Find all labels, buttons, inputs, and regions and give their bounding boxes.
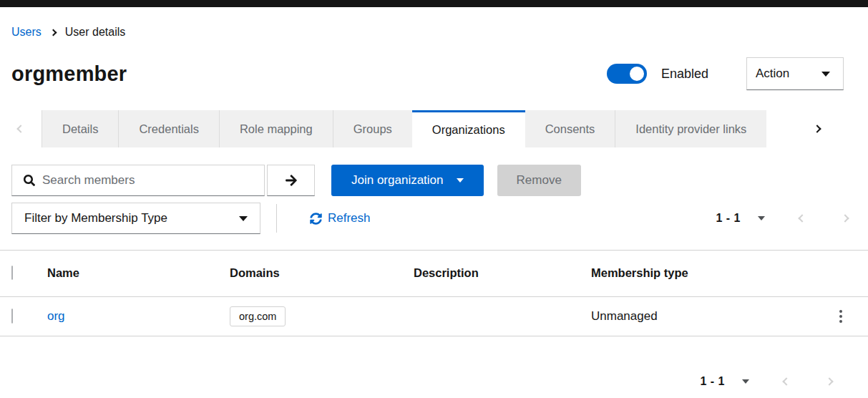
tab-label: Groups [353, 122, 392, 136]
pagination-caret-icon[interactable] [758, 216, 765, 220]
breadcrumb-current: User details [65, 26, 125, 39]
page-title: orgmember [11, 62, 127, 86]
pagination-prev-icon[interactable] [798, 214, 806, 222]
membership-type-filter[interactable]: Filter by Membership Type [11, 203, 260, 234]
tab-role-mapping[interactable]: Role mapping [219, 110, 333, 147]
filter-label: Filter by Membership Type [24, 211, 167, 225]
tab-label: Organizations [432, 123, 505, 137]
pagination-prev-icon[interactable] [782, 377, 790, 385]
tab-bar: Details Credentials Role mapping Groups … [0, 110, 868, 147]
members-table: Name Domains Description Membership type… [0, 251, 868, 336]
search-members-input[interactable] [42, 165, 264, 195]
refresh-button[interactable]: Refresh [310, 211, 371, 225]
pagination-bottom: 1 - 1 [0, 375, 868, 388]
org-name-link[interactable]: org [47, 309, 65, 323]
breadcrumb: Users User details [0, 26, 868, 39]
masthead-bar [0, 0, 868, 7]
membership-type-cell: Unmanaged [591, 309, 658, 323]
refresh-icon [310, 213, 322, 225]
row-actions-kebab-icon[interactable] [832, 307, 849, 326]
tab-label: Identity provider links [635, 122, 746, 136]
tab-groups[interactable]: Groups [333, 110, 412, 147]
toolbar-divider [276, 204, 277, 233]
tab-label: Role mapping [240, 122, 313, 136]
search-icon [24, 175, 35, 186]
members-toolbar: Join organization Remove Filter by Membe… [0, 165, 868, 234]
select-all-checkbox[interactable] [11, 266, 13, 280]
toolbar-row-2: Filter by Membership Type Refresh 1 - 1 [11, 203, 857, 234]
tab-label: Consents [545, 122, 595, 136]
tab-scroll-left-button[interactable] [0, 110, 42, 147]
header-actions: Enabled Action [607, 57, 844, 90]
caret-down-icon [821, 72, 830, 77]
toolbar-row-1: Join organization Remove [11, 165, 857, 196]
column-header-domains: Domains [230, 266, 280, 279]
remove-button[interactable]: Remove [497, 165, 581, 196]
tab-scroll-right-button[interactable] [766, 110, 868, 147]
column-header-description: Description [414, 266, 479, 279]
tab-details[interactable]: Details [42, 110, 118, 147]
search-box [11, 165, 265, 196]
breadcrumb-divider-icon [49, 29, 57, 36]
join-organization-label: Join organization [351, 173, 444, 188]
pagination-caret-icon[interactable] [742, 379, 749, 384]
remove-label: Remove [517, 173, 562, 188]
table-header-row: Name Domains Description Membership type [0, 251, 868, 296]
action-dropdown[interactable]: Action [746, 57, 844, 90]
action-dropdown-label: Action [756, 67, 789, 81]
pagination-range[interactable]: 1 - 1 [716, 212, 741, 225]
tab-credentials[interactable]: Credentials [118, 110, 218, 147]
toggle-knob [630, 67, 644, 81]
page-header: orgmember Enabled Action [0, 57, 868, 90]
table-row: org org.com Unmanaged [0, 296, 868, 336]
arrow-right-icon [285, 174, 298, 187]
domain-chip: org.com [230, 306, 286, 326]
enabled-toggle[interactable]: Enabled [607, 64, 708, 84]
pagination-next-icon[interactable] [841, 214, 849, 222]
chevron-right-icon [814, 125, 821, 132]
tab-consents[interactable]: Consents [525, 110, 615, 147]
pagination-top: 1 - 1 [716, 212, 848, 225]
chevron-left-icon [16, 125, 24, 132]
row-checkbox[interactable] [11, 309, 13, 324]
tab-label: Credentials [139, 122, 198, 136]
caret-down-icon [239, 216, 248, 221]
refresh-label: Refresh [328, 211, 371, 225]
breadcrumb-link-users[interactable]: Users [11, 26, 42, 39]
search-submit-button[interactable] [267, 165, 315, 196]
column-header-name: Name [47, 266, 79, 279]
tab-organizations[interactable]: Organizations [412, 110, 525, 147]
pagination-next-icon[interactable] [825, 377, 833, 385]
tab-identity-provider-links[interactable]: Identity provider links [615, 110, 766, 147]
tab-label: Details [62, 122, 98, 136]
column-header-membership-type: Membership type [591, 266, 688, 279]
pagination-range[interactable]: 1 - 1 [700, 375, 725, 388]
toggle-label[interactable]: Enabled [661, 67, 708, 82]
join-organization-button[interactable]: Join organization [331, 165, 484, 196]
caret-down-icon [457, 178, 464, 183]
toggle-track[interactable] [607, 64, 647, 84]
